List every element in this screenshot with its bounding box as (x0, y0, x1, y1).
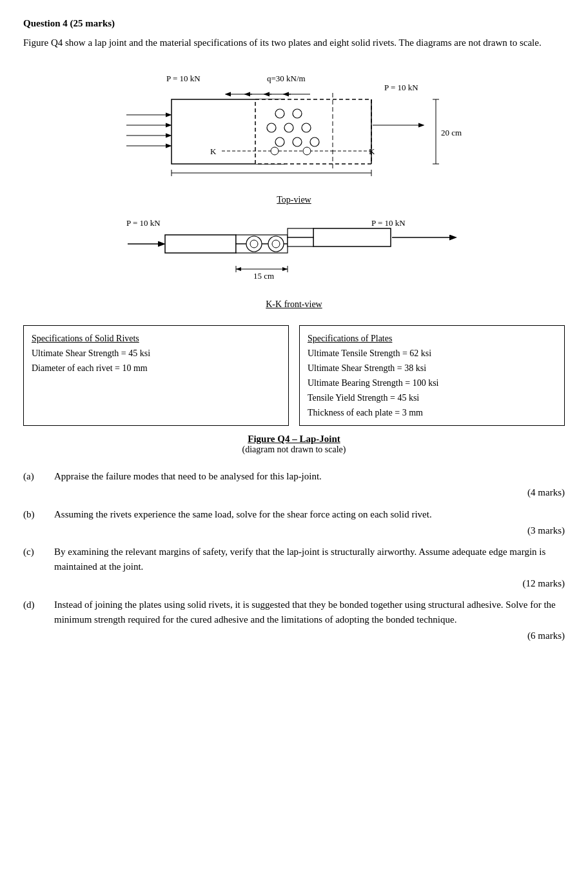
svg-text:P = 10 kN: P = 10 kN (371, 218, 406, 228)
svg-text:q=30 kN/m: q=30 kN/m (267, 74, 306, 83)
intro-text: Figure Q4 show a lap joint and the mater… (23, 35, 565, 50)
svg-point-25 (275, 137, 284, 146)
part-a-marks: (4 marks) (54, 485, 565, 500)
svg-point-20 (275, 109, 284, 118)
svg-text:15 cm: 15 cm (253, 271, 274, 281)
svg-point-21 (293, 109, 302, 118)
top-view-container: P = 10 kN q=30 kN/m P = 10 kN (107, 63, 481, 192)
svg-point-30 (271, 147, 279, 155)
specs-plates-line-4: Tensile Yield Strength = 45 ksi (308, 390, 556, 405)
specs-plates-line-2: Ultimate Shear Strength = 38 ksi (308, 361, 556, 376)
part-a-letter: (a) (23, 469, 54, 501)
part-c-letter: (c) (23, 545, 54, 591)
specs-plates-line-3: Ultimate Bearing Strength = 100 ksi (308, 376, 556, 390)
part-b-marks: (3 marks) (54, 523, 565, 538)
front-view-container: P = 10 kN P = 10 kN (113, 214, 475, 298)
top-view-svg: P = 10 kN q=30 kN/m P = 10 kN (107, 63, 481, 189)
part-d-letter: (d) (23, 598, 54, 644)
specs-rivets-line-1: Ultimate Shear Strength = 45 ksi (32, 346, 280, 361)
specs-rivets-box: Specifications of Solid Rivets Ultimate … (23, 325, 289, 427)
svg-rect-43 (288, 228, 313, 237)
svg-point-47 (250, 240, 258, 248)
part-a-content: Appraise the failure modes that need to … (54, 469, 565, 501)
part-b-letter: (b) (23, 507, 54, 539)
svg-rect-39 (165, 235, 236, 253)
figure-caption-main: Figure Q4 – Lap-Joint (23, 434, 565, 445)
top-view-label: Top-view (277, 195, 311, 205)
svg-point-48 (272, 240, 280, 248)
part-d-marks: (6 marks) (54, 628, 565, 643)
specs-plates-title: Specifications of Plates (308, 331, 556, 346)
qa-part-d: (d) Instead of joining the plates using … (23, 598, 565, 644)
svg-point-27 (310, 137, 319, 146)
svg-point-23 (284, 123, 293, 132)
specs-plates-box: Specifications of Plates Ultimate Tensil… (299, 325, 565, 427)
svg-marker-55 (282, 267, 288, 271)
specs-row: Specifications of Solid Rivets Ultimate … (23, 325, 565, 427)
qa-part-c: (c) By examining the relevant margins of… (23, 545, 565, 591)
front-view-svg: P = 10 kN P = 10 kN (113, 214, 475, 292)
svg-point-31 (303, 147, 311, 155)
specs-plates-line-1: Ultimate Tensile Strength = 62 ksi (308, 346, 556, 361)
part-d-content: Instead of joining the plates using soli… (54, 598, 565, 644)
svg-rect-44 (288, 237, 313, 246)
svg-point-22 (267, 123, 276, 132)
part-d-text: Instead of joining the plates using soli… (54, 599, 556, 625)
figure-caption: Figure Q4 – Lap-Joint (diagram not drawn… (23, 434, 565, 455)
specs-plates-line-5: Thickness of each plate = 3 mm (308, 405, 556, 420)
svg-rect-40 (313, 228, 391, 246)
part-c-marks: (12 marks) (54, 576, 565, 591)
svg-text:P = 10 kN: P = 10 kN (384, 83, 418, 92)
svg-text:20 cm: 20 cm (441, 128, 462, 137)
svg-text:K: K (210, 146, 217, 156)
figure-caption-sub: (diagram not drawn to scale) (23, 445, 565, 455)
qa-part-b: (b) Assuming the rivets experience the s… (23, 507, 565, 539)
part-a-text: Appraise the failure modes that need to … (54, 471, 322, 481)
svg-text:P = 10 kN: P = 10 kN (166, 74, 201, 83)
specs-rivets-line-2: Diameter of each rivet = 10 mm (32, 361, 280, 376)
qa-part-a: (a) Appraise the failure modes that need… (23, 469, 565, 501)
diagram-area: P = 10 kN q=30 kN/m P = 10 kN (23, 63, 565, 319)
part-c-content: By examining the relevant margins of saf… (54, 545, 565, 591)
part-c-text: By examining the relevant margins of saf… (54, 547, 545, 572)
svg-point-24 (302, 123, 311, 132)
question-title: Question 4 (25 marks) (23, 18, 565, 29)
qa-parts: (a) Appraise the failure modes that need… (23, 469, 565, 644)
svg-point-26 (293, 137, 302, 146)
svg-marker-54 (236, 267, 241, 271)
part-b-text: Assuming the rivets experience the same … (54, 509, 432, 519)
part-b-content: Assuming the rivets experience the same … (54, 507, 565, 539)
front-view-label: K-K front-view (266, 299, 322, 310)
specs-rivets-title: Specifications of Solid Rivets (32, 331, 280, 346)
svg-text:P = 10 kN: P = 10 kN (126, 218, 161, 228)
